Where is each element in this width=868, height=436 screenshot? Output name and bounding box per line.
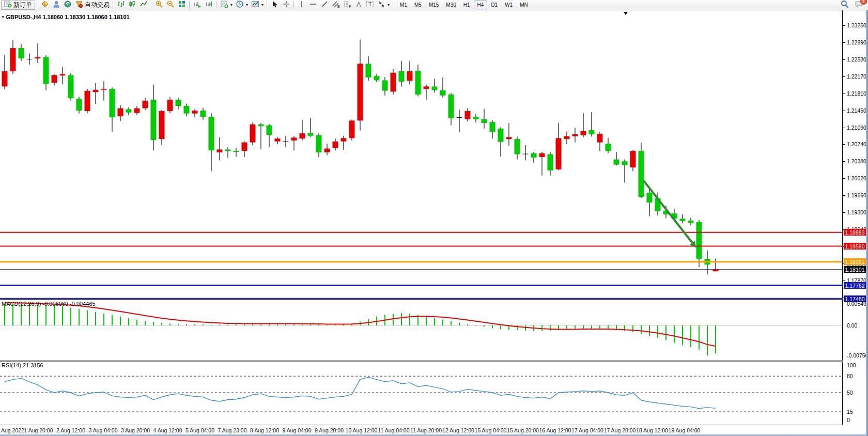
auto-trading-label: 自动交易 (85, 1, 110, 9)
channel-button[interactable]: E (330, 1, 342, 10)
price-axis[interactable]: 1.232501.228901.225301.221701.218101.214… (843, 10, 866, 425)
time-axis-label: 8 Aug 12:00 (250, 427, 279, 433)
chart-canvas[interactable] (0, 10, 843, 434)
market-watch-button[interactable] (39, 1, 51, 10)
price-tick-label: 1.21450 (847, 107, 866, 114)
timeframe-button-d1[interactable]: D1 (487, 1, 501, 9)
navigator-button[interactable] (62, 1, 73, 10)
price-tick-mark (843, 59, 845, 60)
time-axis-label: 15 Aug 20:00 (507, 427, 539, 433)
text-label-button[interactable]: T (364, 1, 376, 10)
candle-body (515, 139, 520, 154)
trendline-button[interactable] (319, 1, 330, 10)
zoom-in-button[interactable] (153, 1, 165, 10)
chart-menu-icon[interactable]: ▾ (2, 15, 4, 19)
bar-chart-button[interactable] (115, 1, 127, 10)
time-axis-label: 3 Aug 20:00 (121, 427, 150, 433)
price-level-badge[interactable]: 1.18261 (844, 258, 866, 265)
mt4-application-window: 新订单 自动交易 (0, 0, 868, 436)
price-tick-label: 1.22530 (847, 56, 866, 63)
candle-body (126, 109, 132, 112)
crosshair-button[interactable] (281, 1, 292, 10)
candle-body (548, 154, 553, 170)
candle-body (597, 134, 603, 143)
candle-body (490, 122, 495, 132)
candle-body (118, 108, 123, 117)
timeframe-button-m1[interactable]: M1 (396, 1, 411, 9)
line-chart-button[interactable] (138, 1, 149, 10)
svg-text:T: T (368, 1, 372, 7)
timeframe-button-w1[interactable]: W1 (501, 1, 516, 9)
price-level-badge[interactable]: 1.18883 (844, 229, 866, 236)
horizontal-line-button[interactable] (307, 1, 319, 10)
fibonacci-button[interactable]: F (342, 1, 353, 10)
auto-scroll-button[interactable] (192, 1, 203, 10)
timeframe-button-m30[interactable]: M30 (442, 1, 459, 9)
candle-body (639, 151, 644, 197)
toolbar-separator (113, 1, 114, 9)
time-axis-label: 19 Aug 04:00 (669, 427, 701, 433)
timeframe-button-m5[interactable]: M5 (411, 1, 425, 9)
svg-text:A: A (357, 1, 361, 8)
price-tick-label: 1.22170 (847, 73, 866, 80)
rsi-scale-label: 0 (847, 417, 850, 423)
price-level-badge[interactable]: 1.17480 (844, 295, 866, 302)
candlestick-chart-button[interactable] (127, 1, 138, 10)
pane-separator[interactable] (0, 360, 866, 361)
pane-separator[interactable] (0, 299, 866, 299)
navigator-icon (64, 0, 72, 10)
new-order-button[interactable]: 新订单 (1, 1, 35, 10)
chart-shift-button[interactable] (203, 1, 214, 10)
new-chart-button[interactable]: ▾ (219, 1, 234, 10)
text-button[interactable]: A (353, 1, 364, 10)
time-axis-label: 11 Aug 20:00 (410, 427, 442, 433)
time-axis[interactable]: Aug 20221 Aug 20:002 Aug 12:003 Aug 04:0… (0, 425, 843, 434)
toolbar-separator (151, 1, 152, 9)
cursor-icon (271, 0, 279, 10)
candle-body (151, 100, 157, 140)
timeframe-button-h1[interactable]: H1 (460, 1, 474, 9)
timeframe-button-m15[interactable]: M15 (425, 1, 442, 9)
main-toolbar: 新订单 自动交易 (0, 0, 868, 10)
arrows-button[interactable]: ▾ (376, 1, 391, 10)
candle-body (696, 222, 702, 259)
data-window-button[interactable] (51, 1, 62, 10)
candle-body (275, 138, 281, 142)
period-button[interactable]: ▾ (234, 1, 250, 10)
price-level-badge[interactable]: 1.17762 (844, 282, 866, 289)
search-icon[interactable] (840, 0, 849, 11)
trend-arrow-annotation[interactable] (644, 181, 692, 243)
timeframe-button-h4[interactable]: H4 (474, 1, 488, 9)
price-tick-label: 1.21090 (847, 124, 866, 131)
vertical-line-button[interactable] (296, 1, 307, 10)
candle-body (10, 48, 16, 71)
zoom-out-button[interactable] (165, 1, 176, 10)
candle-body (85, 91, 90, 111)
time-axis-label: 16 Aug 12:00 (539, 427, 571, 433)
timeframe-button-mn[interactable]: MN (516, 1, 532, 9)
candle-body (200, 111, 206, 117)
candle-body (349, 120, 355, 138)
candle-body (101, 89, 107, 90)
zoom-out-icon (166, 0, 175, 10)
cursor-button[interactable] (269, 1, 281, 10)
rsi-indicator-label: RSI(14) 21.3156 (2, 362, 43, 368)
candle-body (606, 144, 611, 151)
candle-body (267, 126, 272, 135)
horizontal-line-icon (309, 0, 317, 10)
rsi-scale-label: 80 (847, 373, 853, 379)
notifications-button[interactable]: 1 (855, 0, 864, 10)
auto-scroll-icon (193, 0, 202, 10)
tile-windows-button[interactable] (176, 1, 188, 10)
candle-body (614, 160, 619, 165)
line-chart-icon (140, 0, 148, 10)
svg-text:E: E (337, 5, 340, 8)
template-button[interactable]: ▾ (250, 1, 265, 10)
auto-trading-button[interactable]: 自动交易 (73, 1, 111, 10)
price-tick-mark (843, 144, 845, 145)
candle-body (366, 64, 371, 77)
time-axis-label: 17 Aug 04:00 (571, 427, 603, 433)
candle-body (531, 153, 537, 158)
notification-badge: 1 (860, 0, 867, 5)
price-level-badge[interactable]: 1.18590 (844, 243, 866, 250)
